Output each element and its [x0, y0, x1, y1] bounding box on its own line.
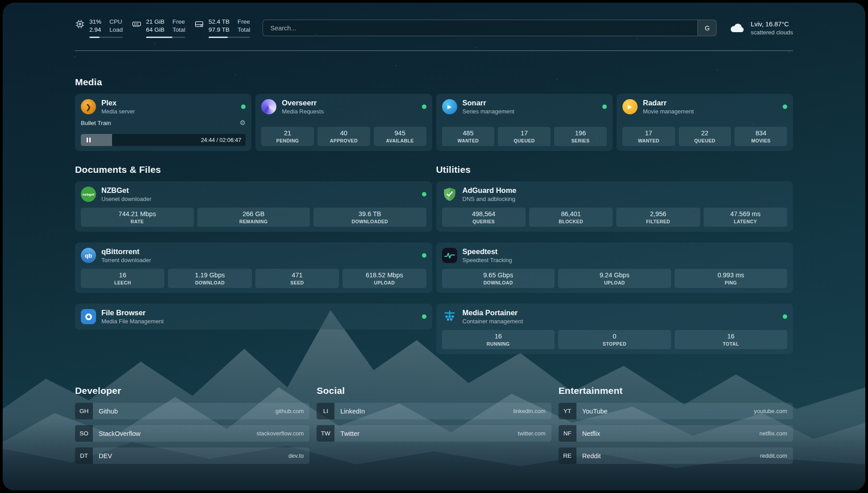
bookmark-reddit[interactable]: RE Reddit reddit.com: [559, 447, 793, 464]
bookmark-abbr: TW: [317, 425, 334, 442]
disk-free-value: 52.4 TB: [209, 18, 230, 26]
service-card-speedtest[interactable]: Speedtest Speedtest Tracking 9.65 Gbps D…: [436, 242, 793, 293]
stat-value: 9.65 Gbps: [483, 272, 513, 279]
speedtest-icon: [442, 248, 457, 263]
stat-value: 17: [521, 130, 528, 137]
stat-value: 266 GB: [242, 210, 264, 217]
system-stats: 31% 2.94 CPU Load: [75, 18, 250, 38]
section-title-documents: Documents & Files: [75, 164, 432, 175]
service-name: Sonarr: [463, 99, 514, 107]
service-card-nzbget[interactable]: nzbget NZBGet Usenet downloader 744.21 M…: [75, 181, 432, 232]
section-media: Media ❯ Plex Media server: [75, 77, 793, 151]
stat-download: 1.19 Gbps DOWNLOAD: [168, 269, 251, 288]
service-card-overseerr[interactable]: Overseerr Media Requests 21 PENDING: [255, 94, 432, 151]
bookmark-abbr: LI: [317, 403, 334, 419]
section-utilities: Utilities: [436, 164, 793, 354]
service-subtitle: Speedtest Tracking: [463, 257, 512, 263]
service-subtitle: Media Requests: [282, 108, 324, 115]
service-name: AdGuard Home: [463, 186, 517, 195]
service-card-sonarr[interactable]: ▶ Sonarr Series management 485 WANTED: [436, 94, 613, 151]
status-dot: [422, 104, 426, 109]
load-label: Load: [109, 26, 123, 34]
bookmark-stackoverflow[interactable]: SO StackOverflow stackoverflow.com: [75, 425, 309, 442]
stat-seed: 471 SEED: [255, 269, 339, 288]
bookmark-url: netflix.com: [760, 430, 787, 437]
plex-icon: ❯: [81, 99, 96, 114]
bookmark-name: Twitter: [340, 430, 359, 437]
service-card-portainer[interactable]: Media Portainer Container management 16 …: [436, 304, 793, 354]
bookmark-url: stackoverflow.com: [256, 430, 304, 437]
bookmark-abbr: RE: [559, 447, 576, 464]
stat-label: TOTAL: [723, 341, 739, 347]
dashboard-screen: 31% 2.94 CPU Load: [3, 3, 865, 490]
service-subtitle: Usenet downloader: [101, 196, 151, 202]
portainer-crane-icon: [442, 309, 457, 324]
bookmark-linkedin[interactable]: LI LinkedIn linkedin.com: [317, 403, 551, 419]
stat-value: 21: [284, 130, 291, 137]
bookmark-url: youtube.com: [754, 408, 787, 414]
service-card-qbittorrent[interactable]: qb qBittorrent Torrent downloader 16: [75, 242, 432, 293]
stat-stopped: 0 STOPPED: [558, 330, 671, 349]
memory-free-value: 21 GiB: [146, 18, 164, 26]
bookmark-twitter[interactable]: TW Twitter twitter.com: [317, 425, 551, 442]
stat-value: 485: [463, 130, 473, 137]
weather-location: Lviv, 16.87°C: [751, 21, 793, 28]
service-name: Plex: [101, 99, 135, 107]
bookmark-netflix[interactable]: NF Netflix netflix.com: [559, 425, 793, 442]
bookmark-dev[interactable]: DT DEV dev.to: [75, 447, 309, 464]
service-subtitle: Movie management: [643, 108, 694, 115]
bookmark-group-title: Developer: [75, 385, 309, 396]
bookmark-abbr: DT: [75, 447, 93, 464]
stat-label: PING: [725, 280, 737, 285]
bookmark-abbr: YT: [559, 403, 576, 419]
stat-ping: 0.993 ms PING: [675, 269, 788, 288]
stat-value: 39.6 TB: [359, 210, 381, 217]
bookmark-group-social: Social LI LinkedIn linkedin.com TW Twitt…: [317, 385, 551, 464]
stat-movies: 834 MOVIES: [734, 127, 787, 146]
weather-widget: Lviv, 16.87°C scattered clouds: [729, 21, 793, 36]
header-divider: [75, 50, 793, 51]
bookmark-youtube[interactable]: YT YouTube youtube.com: [559, 403, 793, 419]
disk-widget: 52.4 TB 97.9 TB Free Total: [194, 18, 250, 38]
stat-label: BLOCKED: [559, 219, 583, 224]
memory-usage-bar: [146, 37, 185, 38]
stat-upload: 618.52 Mbps UPLOAD: [342, 269, 426, 288]
bookmark-url: twitter.com: [518, 430, 546, 437]
service-card-plex[interactable]: ❯ Plex Media server Bullet Train ⚙: [75, 94, 251, 151]
bookmark-github[interactable]: GH Github github.com: [75, 403, 309, 419]
service-card-filebrowser[interactable]: File Browser Media File Management: [75, 304, 432, 330]
service-name: File Browser: [101, 309, 163, 317]
bookmark-group-developer: Developer GH Github github.com SO StackO…: [75, 385, 309, 464]
stat-value: 618.52 Mbps: [366, 272, 403, 279]
disk-total-value: 97.9 TB: [209, 26, 230, 34]
bookmark-group-entertainment: Entertainment YT YouTube youtube.com NF …: [559, 385, 793, 464]
cpu-usage-bar: [89, 37, 123, 38]
stat-value: 471: [292, 272, 302, 279]
bookmark-url: dev.to: [288, 452, 304, 459]
disk-free-label: Free: [238, 18, 250, 26]
bookmark-url: reddit.com: [760, 452, 787, 459]
search-input[interactable]: [263, 20, 697, 36]
stat-rate: 744.21 Mbps RATE: [81, 208, 194, 227]
bookmark-name: StackOverflow: [99, 430, 140, 437]
stat-value: 47.569 ms: [730, 210, 760, 217]
stat-value: 945: [395, 130, 405, 137]
search-provider-button[interactable]: G: [697, 20, 716, 36]
stat-label: RATE: [131, 219, 144, 224]
stat-label: DOWNLOAD: [195, 280, 225, 285]
gear-icon[interactable]: ⚙: [240, 119, 246, 127]
bookmark-group-title: Social: [317, 385, 551, 396]
search-bar: G: [263, 20, 717, 36]
stat-value: 17: [645, 130, 652, 137]
stat-running: 16 RUNNING: [442, 330, 555, 349]
service-card-radarr[interactable]: ▶ Radarr Movie management 17 WANTED: [617, 94, 793, 151]
stat-label: APPROVED: [330, 138, 358, 143]
service-name: Media Portainer: [463, 309, 523, 317]
service-card-adguard[interactable]: AdGuard Home DNS and adblocking 498,564 …: [436, 181, 793, 232]
pause-button[interactable]: [81, 134, 96, 146]
stat-leech: 16 LEECH: [81, 269, 164, 288]
stat-label: MOVIES: [751, 138, 771, 143]
stat-value: 16: [495, 333, 502, 340]
stat-queued: 17 QUEUED: [498, 127, 551, 146]
status-dot: [422, 253, 426, 258]
